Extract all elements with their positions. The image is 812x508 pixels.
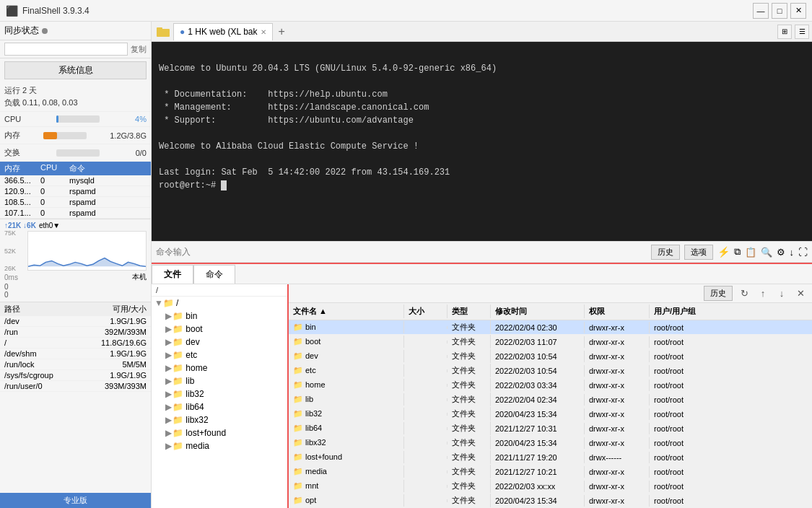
file-history-button[interactable]: 历史 [704, 286, 733, 301]
file-perm: drwxr-xr-x [585, 336, 650, 348]
title-bar: ⬛ FinalShell 3.9.3.4 — □ ✕ [0, 0, 812, 22]
maximize-button[interactable]: □ [772, 3, 787, 19]
file-row[interactable]: 📁etc 文件夹 2022/02/03 10:54 drwxr-xr-x roo… [289, 364, 812, 378]
list-view-icon[interactable]: ☰ [795, 25, 809, 39]
terminal-line: root@ert:~# [159, 179, 805, 192]
tree-item[interactable]: ▶📁lib [152, 375, 287, 387]
fullscreen-icon[interactable]: ⛶ [798, 247, 808, 258]
process-row[interactable]: 120.9...0rspamd [0, 186, 151, 197]
tree-item[interactable]: ▶📁dev [152, 336, 287, 349]
cmd-input[interactable] [156, 247, 647, 257]
col-time[interactable]: 修改时间 [491, 305, 585, 318]
file-row[interactable]: 📁media 文件夹 2021/12/27 10:21 drwxr-xr-x r… [289, 465, 812, 479]
file-row[interactable]: 📁mnt 文件夹 2022/02/03 xx:xx drwxr-xr-x roo… [289, 479, 812, 494]
tree-item[interactable]: ▼📁/ [152, 297, 287, 310]
eth-label[interactable]: eth0▼ [39, 222, 60, 229]
tree-item[interactable]: ▶📁lib64 [152, 400, 287, 413]
options-button[interactable]: 选项 [684, 245, 713, 260]
scroll-down-icon[interactable]: ↓ [790, 247, 795, 258]
file-type: 文件夹 [448, 407, 491, 421]
file-owner: root/root [650, 437, 722, 449]
tree-item-name: lib32 [185, 389, 204, 399]
tree-item[interactable]: ▶📁lost+found [152, 426, 287, 439]
process-row[interactable]: 366.5...0mysqld [0, 175, 151, 186]
tree-item[interactable]: ▶📁media [152, 439, 287, 452]
settings-icon[interactable]: ⚙ [777, 247, 785, 258]
tree-item[interactable]: ▶📁lib32 [152, 387, 287, 400]
file-time: 2022/02/04 02:30 [491, 322, 585, 333]
copy-icon[interactable]: ⧉ [734, 246, 741, 258]
path-row[interactable]: /run/user/0393M/393M [0, 381, 151, 392]
network-stats: ↑21K ↓6K [4, 222, 36, 229]
process-row[interactable]: 108.5...0rspamd [0, 197, 151, 208]
grid-view-icon[interactable]: ⊞ [777, 25, 792, 39]
path-name: /run/lock [4, 360, 35, 369]
terminal[interactable]: Welcome to Ubuntu 20.04.3 LTS (GNU/Linux… [152, 42, 812, 241]
tree-item[interactable]: ▶📁boot [152, 323, 287, 336]
tree-item[interactable]: ▶📁bin [152, 310, 287, 323]
file-owner: root/root [650, 423, 722, 434]
tree-item-name: home [185, 363, 207, 373]
paste-icon[interactable]: 📋 [745, 247, 756, 258]
proc-cmd: mysqld [69, 176, 147, 185]
delete-icon[interactable]: ✕ [793, 286, 808, 301]
file-row[interactable]: 📁lib 文件夹 2022/02/04 02:34 drwxr-xr-x roo… [289, 393, 812, 407]
minimize-button[interactable]: — [753, 3, 769, 19]
path-row[interactable]: /dev1.9G/1.9G [0, 316, 151, 327]
tree-toggle: ▶ [164, 311, 173, 321]
sys-info-button[interactable]: 系统信息 [4, 61, 147, 79]
close-button[interactable]: ✕ [790, 3, 806, 19]
network-graph-area: 75K 52K 26K [4, 229, 147, 272]
sync-label: 同步状态 [4, 25, 39, 37]
path-row[interactable]: /run/lock5M/5M [0, 359, 151, 370]
col-name[interactable]: 文件名 ▲ [289, 305, 404, 318]
tree-item[interactable]: ▶📁libx32 [152, 413, 287, 426]
col-perm[interactable]: 权限 [585, 305, 650, 318]
tab-commands[interactable]: 命令 [193, 265, 235, 284]
file-folder-icon: 📁 [293, 452, 303, 461]
tab-files[interactable]: 文件 [152, 265, 193, 284]
path-row[interactable]: /11.8G/19.6G [0, 338, 151, 349]
file-row[interactable]: 📁lib32 文件夹 2020/04/23 15:34 drwxr-xr-x r… [289, 407, 812, 421]
col-size[interactable]: 大小 [404, 305, 448, 318]
path-row[interactable]: /dev/shm1.9G/1.9G [0, 349, 151, 359]
file-perm: drwxr-xr-x [585, 394, 650, 406]
ip-input[interactable] [4, 43, 128, 56]
path-name: / [4, 338, 6, 347]
copy-button[interactable]: 复制 [131, 44, 147, 55]
tree-item[interactable]: ▶📁home [152, 362, 287, 375]
file-row[interactable]: 📁opt 文件夹 2020/04/23 15:34 drwxr-xr-x roo… [289, 494, 812, 508]
col-type[interactable]: 类型 [448, 305, 491, 318]
history-button[interactable]: 历史 [651, 245, 680, 260]
file-row[interactable]: 📁dev 文件夹 2022/02/03 10:54 drwxr-xr-x roo… [289, 349, 812, 364]
download-icon[interactable]: ↓ [774, 286, 789, 301]
file-row[interactable]: 📁home 文件夹 2022/02/03 03:34 drwxr-xr-x ro… [289, 378, 812, 393]
path-row[interactable]: /run392M/393M [0, 327, 151, 338]
file-perm: drwxr-xr-x [585, 408, 650, 420]
file-time: 2022/02/04 02:34 [491, 394, 585, 406]
refresh-icon[interactable]: ↻ [737, 286, 751, 301]
tab-close-icon[interactable]: ✕ [261, 28, 266, 36]
file-type: 文件夹 [448, 465, 491, 478]
file-row[interactable]: 📁libx32 文件夹 2020/04/23 15:34 drwxr-xr-x … [289, 436, 812, 450]
path-row[interactable]: /sys/fs/cgroup1.9G/1.9G [0, 370, 151, 381]
tree-item-name: bin [185, 311, 197, 321]
upload-icon[interactable]: ↑ [756, 286, 770, 301]
tree-item-name: media [185, 441, 209, 451]
folder-icon[interactable] [154, 23, 172, 40]
search-icon[interactable]: 🔍 [761, 247, 772, 258]
file-owner: root/root [650, 495, 722, 507]
file-tabs: 文件 命令 [152, 264, 812, 284]
tab-add-button[interactable]: + [274, 25, 289, 38]
file-row[interactable]: 📁bin 文件夹 2022/02/04 02:30 drwxr-xr-x roo… [289, 320, 812, 335]
tree-item[interactable]: ▶📁etc [152, 349, 287, 362]
process-list: 366.5...0mysqld120.9...0rspamd108.5...0r… [0, 175, 151, 219]
file-row[interactable]: 📁boot 文件夹 2022/02/03 11:07 drwxr-xr-x ro… [289, 335, 812, 349]
col-owner[interactable]: 用户/用户组 [650, 305, 722, 318]
process-row[interactable]: 107.1...0rspamd [0, 208, 151, 219]
tab-hk-web[interactable]: ● 1 HK web (XL bak ✕ [173, 23, 273, 40]
file-type: 文件夹 [448, 349, 491, 363]
status-dot [42, 28, 48, 34]
file-row[interactable]: 📁lost+found 文件夹 2021/11/27 19:20 drwx---… [289, 450, 812, 465]
file-row[interactable]: 📁lib64 文件夹 2021/12/27 10:31 drwxr-xr-x r… [289, 421, 812, 436]
